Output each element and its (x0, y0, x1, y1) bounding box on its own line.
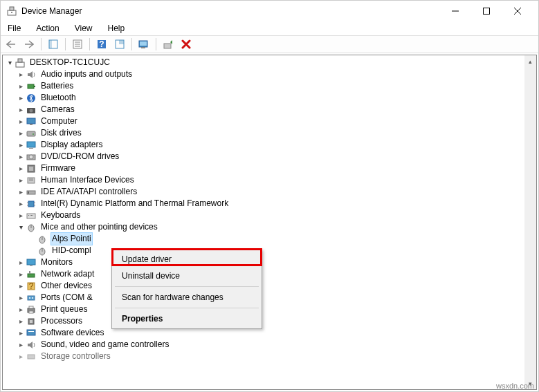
expand-icon[interactable]: ▸ (17, 127, 25, 139)
menu-properties[interactable]: Properties (113, 310, 260, 327)
audio-icon (26, 69, 37, 80)
tree-node-processors[interactable]: ▸Processors (6, 315, 536, 327)
tree-node-ide[interactable]: ▸IDE ATA/ATAPI controllers (6, 186, 536, 198)
menu-scan-hardware[interactable]: Scan for hardware changes (113, 289, 260, 306)
svg-rect-37 (29, 167, 33, 171)
expand-icon[interactable]: ▸ (17, 339, 25, 351)
node-label: Processors (39, 315, 84, 327)
expand-icon[interactable]: ▸ (17, 304, 25, 315)
show-hide-button[interactable] (46, 37, 61, 52)
tree-node-firmware[interactable]: ▸Firmware (6, 162, 536, 174)
tree-node-software[interactable]: ▸Software devices (6, 327, 536, 339)
node-label: Mice and other pointing devices (39, 221, 159, 233)
svg-rect-30 (27, 131, 35, 136)
svg-rect-1 (10, 7, 14, 10)
tree-node-sound[interactable]: ▸Sound, video and game controllers (6, 339, 536, 351)
scroll-up-icon[interactable]: ▴ (524, 55, 536, 67)
svg-text:?: ? (29, 281, 34, 291)
node-label: IDE ATA/ATAPI controllers (39, 186, 138, 198)
tree-node-other[interactable]: ▸?Other devices (6, 280, 536, 292)
tree-node-hid[interactable]: ▸Human Interface Devices (6, 174, 536, 186)
menu-uninstall-device[interactable]: Uninstall device (113, 268, 260, 284)
firmware-icon (26, 163, 37, 174)
svg-rect-4 (483, 8, 489, 15)
expand-icon[interactable]: ▸ (17, 292, 25, 304)
expand-icon[interactable]: ▸ (17, 162, 25, 174)
titlebar: Device Manager (1, 1, 538, 21)
menu-action[interactable]: Action (33, 22, 62, 35)
expand-icon[interactable]: ▸ (17, 198, 25, 209)
node-label: DESKTOP-TC1CUJC (28, 57, 111, 68)
forward-button[interactable] (21, 37, 37, 52)
expand-icon[interactable]: ▸ (17, 351, 25, 362)
maximize-button[interactable] (471, 1, 502, 21)
tree-node-network[interactable]: ▸Network adapt (6, 268, 536, 280)
close-button[interactable] (502, 1, 533, 21)
action-button[interactable] (112, 37, 127, 52)
expand-icon[interactable]: ▸ (17, 268, 25, 280)
tree-node-dvd[interactable]: ▸DVD/CD-ROM drives (6, 151, 536, 162)
tree-node-intel[interactable]: ▸Intel(R) Dynamic Platform and Thermal F… (6, 198, 536, 209)
mouse-icon (37, 234, 48, 245)
svg-rect-19 (141, 47, 145, 48)
expand-icon[interactable]: ▸ (17, 151, 25, 162)
vertical-scrollbar[interactable]: ▴ ▾ (524, 55, 536, 389)
expand-icon[interactable]: ▸ (17, 186, 25, 198)
toolbar: ? (1, 35, 538, 53)
expand-icon[interactable]: ▸ (17, 209, 25, 221)
menu-file[interactable]: File (5, 22, 24, 35)
scan-button[interactable] (136, 37, 152, 52)
tree-node-cameras[interactable]: ▸Cameras (6, 104, 536, 115)
svg-rect-75 (28, 355, 35, 359)
expand-icon[interactable]: ▸ (17, 68, 25, 80)
menu-view[interactable]: View (72, 22, 95, 35)
expand-icon[interactable]: ▸ (17, 139, 25, 151)
tree-node-ports[interactable]: ▸Ports (COM & (6, 292, 536, 304)
tree-root[interactable]: ▾ DESKTOP-TC1CUJC (6, 57, 536, 68)
expand-icon[interactable]: ▸ (17, 256, 25, 268)
expand-icon[interactable]: ▸ (17, 92, 25, 104)
tree-node-audio[interactable]: ▸Audio inputs and outputs (6, 68, 536, 80)
tree-node-mice[interactable]: ▾Mice and other pointing devices (6, 221, 536, 233)
expand-icon[interactable]: ▾ (6, 57, 14, 68)
uninstall-button[interactable] (179, 37, 194, 52)
expand-icon[interactable]: ▸ (17, 174, 25, 186)
tree-node-hid-mouse[interactable]: HID-compl (6, 245, 536, 256)
tree-node-keyboards[interactable]: ▸Keyboards (6, 209, 536, 221)
expand-icon[interactable]: ▸ (17, 327, 25, 339)
expand-icon[interactable]: ▸ (17, 115, 25, 127)
device-tree[interactable]: ▾ DESKTOP-TC1CUJC ▸Audio inputs and outp… (3, 55, 536, 362)
node-label: Alps Pointi (51, 232, 93, 245)
window-controls (439, 1, 533, 21)
tree-node-batteries[interactable]: ▸Batteries (6, 80, 536, 92)
tree-node-bluetooth[interactable]: ▸Bluetooth (6, 92, 536, 104)
tree-node-computer[interactable]: ▸Computer (6, 115, 536, 127)
menu-separator (115, 286, 259, 287)
expand-icon[interactable]: ▸ (17, 315, 25, 327)
menu-help[interactable]: Help (105, 22, 128, 35)
tree-node-print[interactable]: ▸Print queues (6, 304, 536, 315)
keyboard-icon (26, 210, 37, 221)
update-driver-button[interactable] (161, 37, 176, 52)
toolbar-separator (156, 38, 156, 50)
tree-node-disk[interactable]: ▸Disk drives (6, 127, 536, 139)
node-label: DVD/CD-ROM drives (39, 151, 120, 162)
menu-separator (115, 308, 259, 308)
tree-node-alps[interactable]: Alps Pointi (6, 233, 536, 245)
properties-button[interactable] (70, 37, 85, 52)
back-button[interactable] (3, 37, 19, 52)
minimize-button[interactable] (439, 1, 471, 21)
menu-update-driver[interactable]: Update driver (113, 251, 260, 268)
svg-rect-65 (28, 296, 35, 300)
printer-icon (26, 304, 37, 315)
expand-icon[interactable]: ▸ (17, 280, 25, 292)
tree-node-monitors[interactable]: ▸Monitors (6, 256, 536, 268)
node-label: Computer (39, 115, 79, 127)
tree-node-storage[interactable]: ▸Storage controllers (6, 351, 536, 362)
svg-text:?: ? (99, 39, 104, 49)
expand-icon[interactable]: ▸ (17, 104, 25, 115)
help-button[interactable]: ? (94, 37, 109, 52)
expand-icon[interactable]: ▸ (17, 80, 25, 92)
collapse-icon[interactable]: ▾ (17, 221, 25, 233)
tree-node-display[interactable]: ▸Display adapters (6, 139, 536, 151)
